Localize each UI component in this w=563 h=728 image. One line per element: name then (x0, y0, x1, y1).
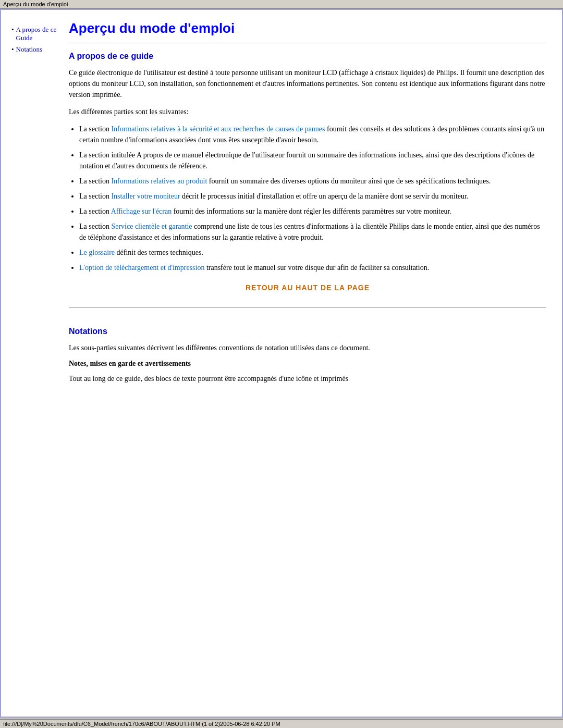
section-divider (69, 307, 546, 308)
sidebar-link-notations[interactable]: Notations (16, 45, 43, 54)
list-item-2: La section intitulée A propos de ce manu… (79, 150, 546, 171)
list-item-prefix-5: La section (79, 207, 111, 215)
section2-title: Notations (69, 327, 546, 336)
list-item-rest-2: La section intitulée A propos de ce manu… (79, 151, 534, 170)
list-item-6: La section Service clientèle et garantie… (79, 221, 546, 243)
sidebar-link-apropos[interactable]: A propos de ce Guide (16, 26, 58, 42)
section-apropos: A propos de ce guide Ce guide électroniq… (69, 52, 546, 292)
list-item-rest-7: définit des termes techniques. (115, 249, 203, 256)
list-item-4: La section Installer votre moniteur décr… (79, 191, 546, 202)
list-item-3: La section Informations relatives au pro… (79, 176, 546, 187)
section2-intro: Les sous-parties suivantes décrivent les… (69, 342, 546, 353)
link-securite[interactable]: Informations relatives à la sécurité et … (111, 125, 325, 133)
title-divider (69, 43, 546, 43)
list-item-prefix-3: La section (79, 177, 111, 185)
link-installer[interactable]: Installer votre moniteur (111, 192, 180, 200)
section1-intro2: Les différentes parties sont les suivant… (69, 106, 546, 117)
sidebar-item-apropos[interactable]: • A propos de ce Guide (11, 26, 58, 43)
sidebar: • A propos de ce Guide • Notations (1, 20, 64, 401)
main-wrapper: • A propos de ce Guide • Notations Aperç… (0, 9, 563, 718)
link-service[interactable]: Service clientèle et garantie (111, 223, 192, 230)
link-telechargement[interactable]: L'option de téléchargement et d'impressi… (79, 264, 204, 272)
section2-sub-title: Notes, mises en garde et avertissements (69, 360, 546, 368)
section1-title: A propos de ce guide (69, 52, 546, 61)
section2-sub-text: Tout au long de ce guide, des blocs de t… (69, 373, 546, 384)
section1-intro1: Ce guide électronique de l'utilisateur e… (69, 67, 546, 100)
link-affichage[interactable]: Affichage sur l'écran (111, 207, 172, 215)
sidebar-item-notations[interactable]: • Notations (11, 45, 58, 55)
bullet-dot-1: • (11, 26, 14, 34)
retour-link[interactable]: RETOUR AU HAUT DE LA PAGE (69, 283, 546, 292)
list-item-rest-5: fournit des informations sur la manière … (172, 207, 451, 215)
list-item-1: La section Informations relatives à la s… (79, 124, 546, 145)
list-item-7: Le glossaire définit des termes techniqu… (79, 247, 546, 258)
section1-list: La section Informations relatives à la s… (79, 124, 546, 273)
list-item-rest-8: transfère tout le manuel sur votre disqu… (204, 264, 429, 272)
list-item-rest-4: décrit le processus initial d'installati… (180, 192, 469, 200)
list-item-prefix-4: La section (79, 192, 111, 200)
page-title: Aperçu du mode d'emploi (69, 20, 546, 36)
list-item-prefix-1: La section (79, 125, 111, 133)
link-produit[interactable]: Informations relatives au produit (111, 177, 207, 185)
list-item-5: La section Affichage sur l'écran fournit… (79, 206, 546, 217)
link-glossaire[interactable]: Le glossaire (79, 249, 115, 256)
list-item-rest-3: fournit un sommaire des diverses options… (207, 177, 491, 185)
list-item-8: L'option de téléchargement et d'impressi… (79, 262, 546, 273)
main-content: Aperçu du mode d'emploi A propos de ce g… (64, 20, 562, 401)
content-area: • A propos de ce Guide • Notations Aperç… (1, 10, 562, 401)
title-bar: Aperçu du mode d'emploi (0, 0, 563, 9)
list-item-prefix-6: La section (79, 223, 111, 230)
title-bar-text: Aperçu du mode d'emploi (3, 1, 68, 7)
bullet-dot-2: • (11, 45, 14, 54)
section-notations: Notations Les sous-parties suivantes déc… (69, 327, 546, 384)
